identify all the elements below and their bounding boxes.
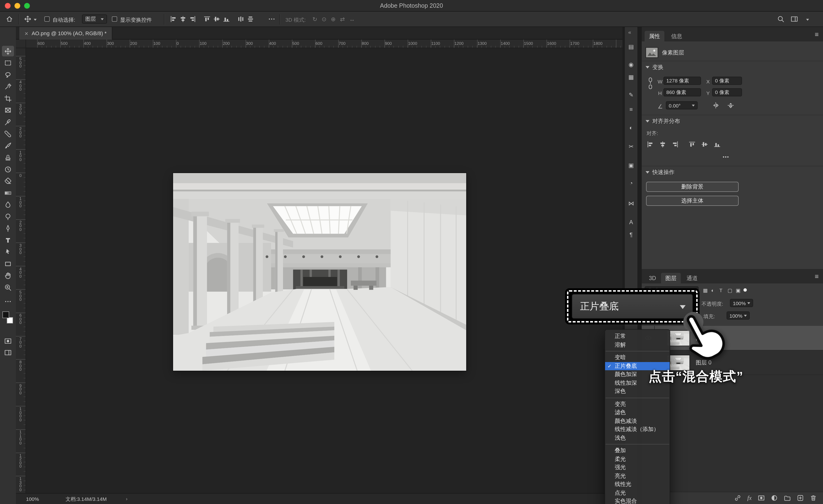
select-subject-button[interactable]: 选择主体 [646, 196, 738, 206]
align-right-edges-icon[interactable] [672, 141, 679, 148]
rotation-field[interactable]: 0.00° [666, 101, 698, 110]
tab-info[interactable]: 信息 [667, 31, 686, 41]
magic-wand-tool[interactable] [2, 81, 14, 92]
auto-select-target-dropdown[interactable]: 图层 [82, 14, 107, 24]
frame-tool[interactable] [2, 105, 14, 116]
zoom-level[interactable]: 100% [26, 496, 39, 502]
blend-mode-option[interactable]: 变暗 [605, 353, 670, 362]
document-image[interactable] [173, 173, 466, 371]
y-field[interactable]: 0 像素 [712, 88, 742, 97]
paragraph-panel-icon[interactable]: ¶ [625, 231, 637, 238]
adjustment-layer-icon[interactable] [771, 495, 778, 502]
flip-vertical-icon[interactable] [727, 102, 734, 109]
eyedropper-tool[interactable] [2, 117, 14, 127]
character-panel-icon[interactable]: A [625, 219, 637, 225]
panel-menu-icon[interactable]: ≡ [815, 272, 819, 280]
blend-mode-option[interactable]: 线性光 [605, 480, 670, 489]
blend-mode-option[interactable]: 浅色 [605, 434, 670, 442]
blend-mode-option[interactable]: 强光 [605, 463, 670, 472]
canvas-area[interactable] [26, 48, 623, 493]
properties-panel-icon[interactable]: ≡ [625, 106, 637, 113]
blend-mode-option[interactable]: 点光 [605, 489, 670, 497]
blend-mode-dropdown-magnified[interactable]: 正片叠底 [572, 294, 693, 319]
styles-panel-icon[interactable]: ▣ [625, 162, 637, 169]
timeline-panel-icon[interactable]: ◔ [625, 180, 637, 187]
quick-mask-icon[interactable] [2, 336, 14, 346]
eraser-tool[interactable] [2, 176, 14, 186]
search-icon[interactable] [777, 15, 785, 23]
current-tool-icon[interactable] [24, 15, 31, 23]
3d-scale-icon[interactable]: ↔ [349, 16, 355, 23]
more-align-options-icon[interactable] [268, 15, 275, 23]
workspace-icon[interactable] [791, 15, 798, 23]
width-field[interactable]: 1278 像素 [663, 76, 701, 85]
tool-preset-chevron-icon[interactable] [34, 19, 37, 22]
libraries-panel-icon[interactable]: ⋈ [625, 200, 637, 207]
blur-tool[interactable] [2, 199, 14, 210]
show-transform-checkbox[interactable] [112, 16, 117, 22]
ruler-corner[interactable] [16, 39, 26, 48]
document-tab[interactable]: × AO.png @ 100% (AO, RGB/8) * [19, 27, 112, 39]
blend-mode-option[interactable]: 颜色减淡 [605, 417, 670, 425]
blend-mode-option[interactable]: 线性减淡（添加） [605, 425, 670, 434]
align-vertical-centers-icon[interactable] [213, 15, 220, 23]
crop-tool[interactable] [2, 93, 14, 104]
section-quick-actions[interactable]: 快速操作 [646, 169, 674, 176]
align-bottom-edges-icon[interactable] [223, 15, 230, 23]
tab-channels[interactable]: 通道 [682, 273, 702, 284]
section-align-distribute[interactable]: 对齐并分布 [646, 118, 680, 125]
section-transform[interactable]: 变换 [646, 64, 663, 71]
pen-tool[interactable] [2, 223, 14, 233]
home-icon[interactable] [6, 15, 13, 23]
blend-mode-option[interactable]: 柔光 [605, 455, 670, 463]
align-right-edges-icon[interactable] [189, 15, 196, 23]
rectangular-marquee-tool[interactable] [2, 57, 14, 68]
zoom-tool[interactable] [2, 282, 14, 293]
filter-type-layers-icon[interactable]: T [719, 287, 722, 293]
new-group-icon[interactable] [784, 495, 791, 502]
filter-pixel-layers-icon[interactable]: ▦ [703, 287, 708, 293]
flip-horizontal-icon[interactable] [712, 102, 719, 109]
path-selection-tool[interactable] [2, 246, 14, 257]
foreground-color-swatch[interactable] [2, 311, 9, 318]
blend-mode-option[interactable]: 深色 [605, 387, 670, 395]
tab-properties[interactable]: 属性 [645, 31, 664, 41]
clone-source-panel-icon[interactable]: ✂ [625, 143, 637, 150]
filter-toggle-icon[interactable] [744, 288, 747, 292]
remove-background-button[interactable]: 删除背景 [646, 182, 738, 192]
link-layers-icon[interactable] [734, 495, 741, 502]
align-left-edges-icon[interactable] [647, 141, 654, 148]
edit-toolbar-icon[interactable] [2, 296, 14, 307]
info-panel-icon[interactable]: ▦ [625, 74, 637, 80]
height-field[interactable]: 860 像素 [663, 88, 701, 97]
type-tool[interactable] [2, 235, 14, 245]
align-horizontal-centers-icon[interactable] [659, 141, 666, 148]
brush-tool[interactable] [2, 140, 14, 151]
blend-mode-option[interactable]: 滤色 [605, 408, 670, 417]
align-top-edges-icon[interactable] [203, 15, 211, 23]
distribute-vertical-icon[interactable] [247, 15, 254, 23]
3d-drag-icon[interactable]: ⊕ [331, 16, 336, 23]
blend-mode-option[interactable]: 亮光 [605, 472, 670, 480]
histogram-panel-icon[interactable]: ▤ [625, 43, 637, 50]
3d-slide-icon[interactable]: ⇄ [340, 16, 345, 23]
navigator-panel-icon[interactable]: ◉ [625, 61, 637, 68]
color-swatches[interactable] [2, 311, 14, 324]
opacity-field[interactable]: 100% [730, 299, 753, 307]
filter-adjustment-layers-icon[interactable]: ◐ [711, 287, 714, 293]
constrain-proportions-icon[interactable] [647, 76, 654, 92]
tab-layers[interactable]: 图层 [661, 273, 681, 284]
blend-mode-option[interactable]: 正常 [605, 332, 670, 341]
add-mask-icon[interactable] [758, 495, 765, 502]
adjustments-panel-icon[interactable]: ◐ [625, 124, 637, 131]
rectangle-tool[interactable] [2, 259, 14, 269]
blend-mode-option[interactable]: 变亮 [605, 400, 670, 408]
filter-shape-layers-icon[interactable]: ▢ [727, 287, 732, 293]
dodge-tool[interactable] [2, 211, 14, 222]
blend-mode-option[interactable]: 叠加 [605, 447, 670, 455]
3d-rotate-icon[interactable]: ↻ [312, 16, 317, 23]
x-field[interactable]: 0 像素 [712, 76, 742, 85]
hand-tool[interactable] [2, 270, 14, 281]
auto-select-checkbox[interactable] [44, 16, 50, 22]
close-tab-icon[interactable]: × [25, 30, 28, 37]
